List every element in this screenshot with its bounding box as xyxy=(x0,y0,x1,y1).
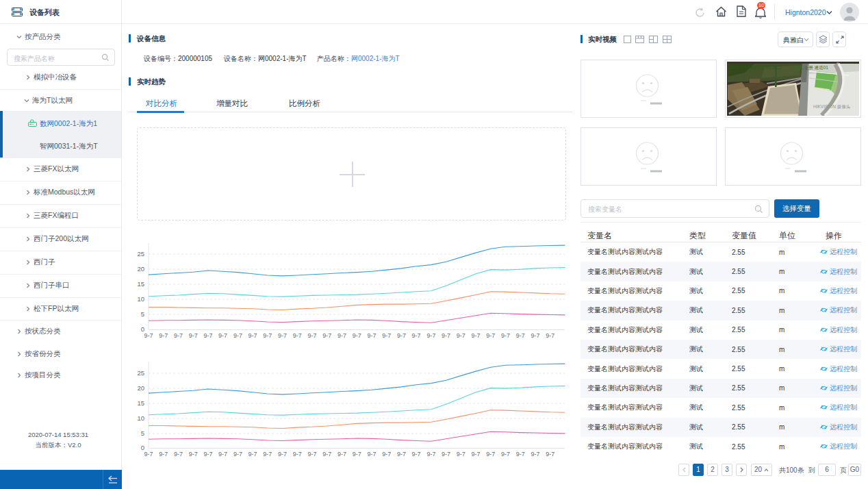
svg-text:9-7: 9-7 xyxy=(248,332,257,339)
svg-text:9-7: 9-7 xyxy=(426,332,435,339)
svg-text:9-7: 9-7 xyxy=(501,332,510,339)
svg-text:9-7: 9-7 xyxy=(382,451,391,457)
svg-text:9-7: 9-7 xyxy=(337,451,346,457)
svg-text:9-7: 9-7 xyxy=(472,451,481,457)
svg-text:9-7: 9-7 xyxy=(174,451,183,457)
svg-text:9-7: 9-7 xyxy=(218,451,227,457)
svg-text:9-7: 9-7 xyxy=(516,332,525,339)
svg-text:15: 15 xyxy=(137,399,144,407)
svg-text:球机 全景 通道01: 球机 全景 通道01 xyxy=(794,65,828,70)
svg-text:9-7: 9-7 xyxy=(307,332,316,339)
svg-text:9-7: 9-7 xyxy=(189,451,198,457)
svg-text:9-7: 9-7 xyxy=(174,332,183,339)
svg-text:9-7: 9-7 xyxy=(263,451,272,457)
svg-text:9-7: 9-7 xyxy=(367,332,376,339)
svg-text:9-7: 9-7 xyxy=(457,451,465,457)
svg-text:9-7: 9-7 xyxy=(248,451,257,457)
svg-text:9-7: 9-7 xyxy=(159,332,168,339)
svg-text:9-7: 9-7 xyxy=(263,332,272,339)
svg-text:9-7: 9-7 xyxy=(293,451,302,457)
svg-text:9-7: 9-7 xyxy=(531,332,539,339)
svg-text:9-7: 9-7 xyxy=(278,332,287,339)
svg-text:9-7: 9-7 xyxy=(189,332,198,339)
svg-text:9-7: 9-7 xyxy=(293,332,302,339)
svg-text:9-7: 9-7 xyxy=(144,332,153,339)
svg-text:10: 10 xyxy=(137,295,144,303)
svg-text:9-7: 9-7 xyxy=(501,451,510,457)
svg-text:9-7: 9-7 xyxy=(486,332,495,339)
svg-text:20: 20 xyxy=(137,265,144,273)
svg-text:9-7: 9-7 xyxy=(218,332,227,339)
svg-text:9-7: 9-7 xyxy=(307,451,316,457)
svg-text:9-7: 9-7 xyxy=(159,451,168,457)
svg-text:9-7: 9-7 xyxy=(233,451,242,457)
svg-text:9-7: 9-7 xyxy=(457,332,465,339)
svg-text:20: 20 xyxy=(137,384,144,392)
svg-text:9-7: 9-7 xyxy=(233,332,242,339)
svg-text:9-7: 9-7 xyxy=(397,332,406,339)
svg-text:9-7: 9-7 xyxy=(442,451,450,457)
svg-text:9-7: 9-7 xyxy=(203,451,212,457)
svg-text:9-7: 9-7 xyxy=(516,451,525,457)
svg-text:25: 25 xyxy=(137,369,144,377)
svg-text:9-7: 9-7 xyxy=(278,451,287,457)
svg-text:9-7: 9-7 xyxy=(367,451,376,457)
svg-text:9-7: 9-7 xyxy=(442,332,450,339)
svg-text:9-7: 9-7 xyxy=(412,332,421,339)
svg-text:9-7: 9-7 xyxy=(472,332,481,339)
svg-text:5: 5 xyxy=(141,310,144,318)
svg-text:9-7: 9-7 xyxy=(322,332,331,339)
svg-text:9-7: 9-7 xyxy=(546,332,554,339)
svg-text:9-7: 9-7 xyxy=(382,332,391,339)
svg-text:9-7: 9-7 xyxy=(426,451,435,457)
svg-text:5: 5 xyxy=(141,429,144,437)
svg-text:9-7: 9-7 xyxy=(353,451,361,457)
svg-text:9-7: 9-7 xyxy=(531,451,539,457)
svg-text:9-7: 9-7 xyxy=(397,451,406,457)
svg-text:9-7: 9-7 xyxy=(412,451,421,457)
svg-text:10: 10 xyxy=(137,414,144,422)
svg-text:2020-07-14 15:47:09 周二: 2020-07-14 15:47:09 周二 xyxy=(730,65,782,70)
svg-text:9-7: 9-7 xyxy=(353,332,361,339)
svg-text:25: 25 xyxy=(137,250,144,258)
svg-text:HIKVISION 摄像头: HIKVISION 摄像头 xyxy=(813,104,851,110)
svg-text:9-7: 9-7 xyxy=(322,451,331,457)
svg-text:15: 15 xyxy=(137,280,144,288)
svg-text:9-7: 9-7 xyxy=(203,332,212,339)
svg-text:9-7: 9-7 xyxy=(144,451,153,457)
svg-text:9-7: 9-7 xyxy=(486,451,495,457)
svg-text:9-7: 9-7 xyxy=(337,332,346,339)
svg-text:9-7: 9-7 xyxy=(546,451,554,457)
